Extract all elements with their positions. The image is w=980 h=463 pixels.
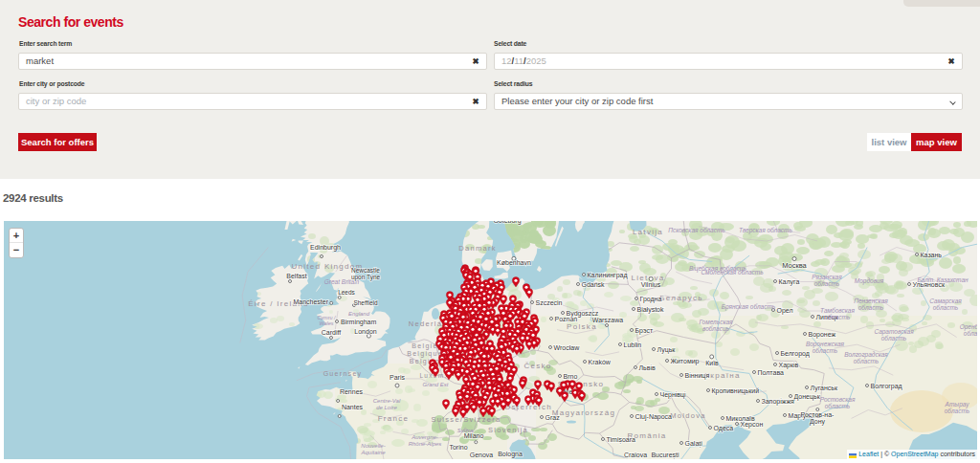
svg-text:Полтава: Полтава [758,369,785,376]
svg-text:Мордовия: Мордовия [855,277,884,285]
svg-text:Львів: Львів [639,364,657,371]
svg-text:France: France [378,414,410,423]
svg-text:København: København [497,259,531,266]
svg-text:Poznań: Poznań [555,316,578,322]
svg-text:Galați: Galați [685,440,703,448]
svg-text:Česko: Česko [523,362,551,370]
svg-text:Slovenija: Slovenija [488,426,528,434]
svg-text:Moldova: Moldova [670,411,705,420]
svg-text:Ростов-на-: Ростов-на- [801,411,835,418]
svg-text:Воронеж: Воронеж [809,331,836,339]
svg-text:обла: обла [964,330,977,337]
svg-text:Cluj-Napoca: Cluj-Napoca [635,413,673,421]
svg-text:Луганськ: Луганськ [811,385,838,392]
svg-text:Гродна: Гродна [640,296,662,303]
svg-text:Запоріжжя: Запоріжжя [762,398,795,406]
svg-text:London: London [354,328,376,335]
svg-text:Україна: Україна [704,371,740,380]
svg-text:Дону: Дону [810,418,826,426]
svg-text:Timișoara: Timișoara [607,436,636,444]
svg-text:Szczecin: Szczecin [536,299,563,306]
svg-text:Aquitaine: Aquitaine [360,450,386,455]
svg-text:Vilnius: Vilnius [641,281,661,288]
svg-text:Беларусь: Беларусь [659,294,702,302]
svg-text:Пензенская: Пензенская [854,298,888,304]
svg-text:Wrocław: Wrocław [554,344,581,351]
svg-text:Москва: Москва [782,261,807,270]
svg-text:область: область [933,304,959,311]
svg-text:Brno: Brno [564,373,578,380]
svg-text:область: область [813,347,838,354]
svg-text:Псковская область: Псковская область [668,227,725,233]
svg-text:Волгоград: Волгоград [871,383,902,390]
svg-text:Graz: Graz [546,414,561,421]
svg-text:Калуга: Калуга [779,278,800,286]
svg-text:upon Tyne: upon Tyne [351,274,381,281]
svg-text:область: область [854,358,880,364]
svg-text:Newcastle: Newcastle [351,267,380,274]
svg-text:Polska: Polska [567,322,597,331]
svg-text:Genova: Genova [470,452,494,458]
svg-text:Auvergne-: Auvergne- [411,434,438,440]
svg-text:Lublin: Lublin [624,342,642,348]
svg-text:Балт. Казахстан: Балт. Казахстан [917,276,969,283]
svg-text:Донецьк: Донецьк [794,393,821,401]
svg-text:Edinburgh: Edinburgh [310,244,341,252]
svg-text:București: București [651,452,679,459]
svg-text:Херсон: Херсон [741,421,764,429]
svg-text:Ростовская: Ростовская [820,396,856,403]
svg-text:область: область [881,335,907,342]
svg-text:Magyarország: Magyarország [552,408,615,417]
svg-text:Gdańsk: Gdańsk [582,281,606,288]
svg-text:Вінниця: Вінниця [685,372,710,380]
svg-text:Rennes: Rennes [340,388,364,395]
svg-text:Житомир: Житомир [671,358,700,365]
svg-text:Рязанская: Рязанская [812,274,842,280]
svg-text:Warszawa: Warszawa [592,317,624,323]
svg-text:Birmingham: Birmingham [341,319,377,326]
svg-text:Belgique: Belgique [407,350,443,358]
svg-text:Брэст: Брэст [635,327,655,335]
svg-text:Bologna: Bologna [498,451,523,458]
svg-text:Віцебская вобласць: Віцебская вобласць [689,265,747,273]
svg-text:Калининград: Калининград [588,272,628,279]
svg-text:Sheffield: Sheffield [353,299,378,306]
svg-text:область: область [858,304,884,311]
svg-text:область: область [814,280,840,287]
svg-text:Craiova: Craiova [624,452,647,458]
svg-text:Луцьк: Луцьк [657,346,677,354]
svg-text:Орел: Орел [777,307,793,315]
svg-text:Grand Est: Grand Est [422,382,448,387]
svg-text:Danmark: Danmark [458,244,497,253]
svg-text:Białystok: Białystok [637,306,665,314]
svg-text:Київ: Київ [705,360,719,366]
svg-text:Wales: Wales [319,320,333,326]
svg-text:Казань: Казань [921,252,943,258]
svg-text:Milano: Milano [464,432,484,439]
svg-text:Одеса: Одеса [714,425,734,432]
svg-text:Rhône-Alpes: Rhône-Alpes [409,441,442,447]
svg-text:область: область [825,403,851,409]
svg-text:Kraków: Kraków [589,359,612,365]
svg-text:Кропивницький: Кропивницький [712,387,760,395]
svg-text:Leeds: Leeds [338,289,355,296]
svg-text:Belfast: Belfast [286,273,306,279]
svg-text:Cardiff: Cardiff [322,329,342,336]
svg-text:Nantes: Nantes [342,404,364,410]
svg-text:область: область [825,314,851,320]
svg-text:Чернівці: Чернівці [660,391,687,399]
svg-text:Тамбовская: Тамбовская [820,307,855,314]
svg-text:Suisse/Svizzera: Suisse/Svizzera [432,415,501,424]
svg-text:Paris: Paris [390,374,405,381]
svg-text:Брянская область: Брянская область [722,303,776,311]
svg-text:Latvija: Latvija [633,228,663,236]
svg-text:Bydgoszcz: Bydgoszcz [567,310,599,318]
svg-text:de Loire: de Loire [376,405,397,410]
svg-text:вобласць: вобласць [702,325,730,333]
svg-text:область: область [945,408,970,414]
svg-text:Torino: Torino [449,444,467,451]
svg-text:Гомельская: Гомельская [699,319,733,325]
svg-text:Харків: Харків [779,362,799,369]
svg-text:England: England [348,311,370,317]
svg-text:Тверская область: Тверская область [739,227,793,234]
